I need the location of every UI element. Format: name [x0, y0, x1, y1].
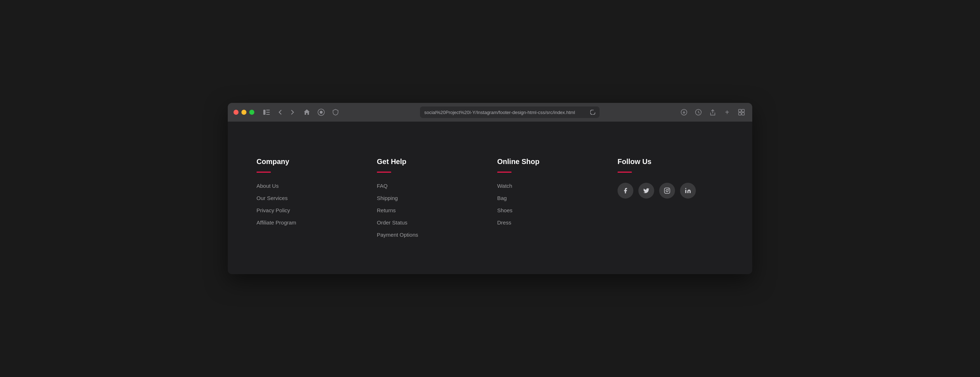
- new-tab-button[interactable]: +: [722, 107, 732, 117]
- svg-point-16: [668, 189, 669, 190]
- list-item: Order Status: [377, 219, 483, 226]
- tab-overview-button[interactable]: [737, 107, 746, 117]
- url-bar[interactable]: social%20Project%20I-Y/Instagram/footer-…: [420, 107, 600, 118]
- instagram-icon[interactable]: [659, 183, 675, 198]
- download-button[interactable]: [679, 107, 689, 117]
- back-button[interactable]: [275, 107, 285, 117]
- svg-point-5: [320, 111, 323, 114]
- dress-link[interactable]: Dress: [497, 219, 511, 225]
- browser-controls: [261, 107, 298, 117]
- follow-us-divider: [617, 172, 632, 173]
- footer-section-company: Company About Us Our Services Privacy Po…: [256, 158, 363, 238]
- camera-button[interactable]: [316, 107, 326, 117]
- list-item: FAQ: [377, 183, 483, 189]
- url-bar-container: social%20Project%20I-Y/Instagram/footer-…: [345, 107, 675, 118]
- svg-rect-17: [686, 190, 687, 193]
- list-item: Watch: [497, 183, 603, 189]
- svg-rect-2: [266, 112, 270, 113]
- facebook-icon[interactable]: [617, 183, 633, 198]
- list-item: Affiliate Program: [256, 219, 363, 226]
- list-item: Shipping: [377, 195, 483, 201]
- social-icons: [617, 183, 724, 198]
- online-shop-links: Watch Bag Shoes Dress: [497, 183, 603, 226]
- url-text: social%20Project%20I-Y/Instagram/footer-…: [424, 110, 575, 115]
- list-item: Our Services: [256, 195, 363, 201]
- share-button[interactable]: [708, 107, 718, 117]
- list-item: Bag: [497, 195, 603, 201]
- svg-rect-3: [266, 114, 270, 115]
- instagram-svg: [664, 187, 670, 194]
- list-item: Shoes: [497, 207, 603, 214]
- get-help-heading: Get Help: [377, 158, 483, 166]
- sidebar-toggle[interactable]: [261, 107, 272, 117]
- shield-button[interactable]: [331, 107, 340, 117]
- online-shop-heading: Online Shop: [497, 158, 603, 166]
- minimize-button[interactable]: [242, 110, 247, 115]
- facebook-svg: [622, 187, 628, 194]
- order-status-link[interactable]: Order Status: [377, 219, 407, 225]
- svg-rect-12: [738, 113, 741, 115]
- browser-window: social%20Project%20I-Y/Instagram/footer-…: [228, 103, 752, 274]
- footer-section-get-help: Get Help FAQ Shipping Returns Order Stat…: [377, 158, 483, 238]
- follow-us-heading: Follow Us: [617, 158, 724, 166]
- svg-point-18: [686, 188, 687, 189]
- close-button[interactable]: [234, 110, 239, 115]
- forward-button[interactable]: [287, 107, 298, 117]
- svg-point-15: [666, 190, 668, 192]
- svg-rect-10: [738, 109, 741, 112]
- svg-rect-1: [266, 110, 270, 110]
- shipping-link[interactable]: Shipping: [377, 195, 398, 201]
- traffic-lights: [234, 110, 255, 115]
- watch-link[interactable]: Watch: [497, 183, 512, 189]
- toolbar-right: +: [679, 107, 746, 117]
- linkedin-icon[interactable]: [680, 183, 696, 198]
- svg-rect-0: [263, 110, 266, 115]
- linkedin-svg: [685, 187, 691, 194]
- list-item: About Us: [256, 183, 363, 189]
- get-help-links: FAQ Shipping Returns Order Status Paymen…: [377, 183, 483, 238]
- our-services-link[interactable]: Our Services: [256, 195, 288, 201]
- shoes-link[interactable]: Shoes: [497, 207, 512, 213]
- page-content: Company About Us Our Services Privacy Po…: [228, 121, 752, 274]
- online-shop-divider: [497, 172, 512, 173]
- refresh-icon[interactable]: [590, 110, 595, 115]
- affiliate-program-link[interactable]: Affiliate Program: [256, 219, 296, 225]
- company-links: About Us Our Services Privacy Policy Aff…: [256, 183, 363, 226]
- list-item: Payment Options: [377, 232, 483, 238]
- home-button[interactable]: [302, 107, 312, 117]
- list-item: Returns: [377, 207, 483, 214]
- list-item: Dress: [497, 219, 603, 226]
- twitter-svg: [643, 187, 649, 194]
- browser-toolbar: social%20Project%20I-Y/Instagram/footer-…: [228, 103, 752, 121]
- payment-options-link[interactable]: Payment Options: [377, 232, 418, 238]
- twitter-icon[interactable]: [638, 183, 654, 198]
- footer-grid: Company About Us Our Services Privacy Po…: [256, 143, 724, 252]
- privacy-policy-link[interactable]: Privacy Policy: [256, 207, 290, 213]
- company-divider: [256, 172, 271, 173]
- svg-rect-11: [742, 109, 745, 112]
- list-item: Privacy Policy: [256, 207, 363, 214]
- bag-link[interactable]: Bag: [497, 195, 507, 201]
- faq-link[interactable]: FAQ: [377, 183, 388, 189]
- company-heading: Company: [256, 158, 363, 166]
- returns-link[interactable]: Returns: [377, 207, 396, 213]
- footer-section-follow-us: Follow Us: [617, 158, 724, 238]
- maximize-button[interactable]: [249, 110, 255, 115]
- footer-section-online-shop: Online Shop Watch Bag Shoes Dress: [497, 158, 603, 238]
- history-button[interactable]: [693, 107, 703, 117]
- about-us-link[interactable]: About Us: [256, 183, 279, 189]
- svg-rect-13: [742, 113, 745, 115]
- svg-rect-14: [665, 188, 670, 193]
- get-help-divider: [377, 172, 391, 173]
